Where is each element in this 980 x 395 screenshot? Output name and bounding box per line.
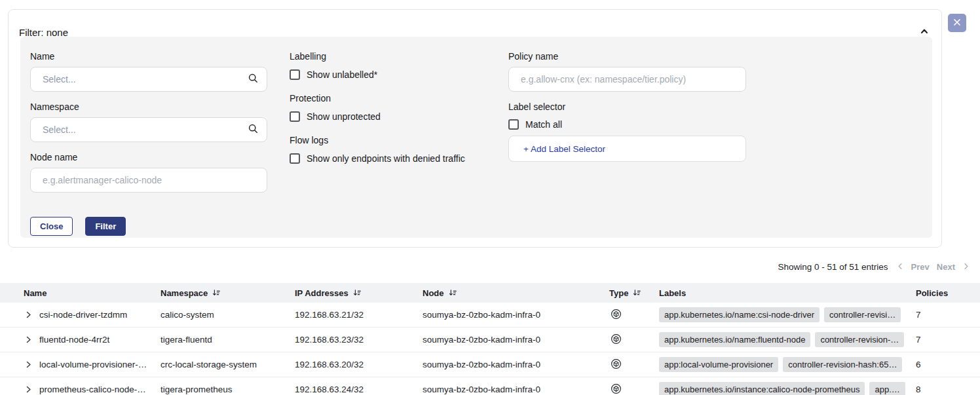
column-label: Policies xyxy=(916,288,948,298)
label-chip: app.… xyxy=(869,382,905,395)
workload-endpoint-icon xyxy=(611,309,622,322)
endpoint-node: soumya-bz-0zbo-kadm-infra-0 xyxy=(423,385,609,394)
name-select-placeholder: Select... xyxy=(43,74,248,85)
namespace-field-label: Namespace xyxy=(30,102,267,112)
label-chip: app.kubernetes.io/instance:calico-node-p… xyxy=(659,382,865,395)
column-header-type[interactable]: Type xyxy=(609,288,659,298)
endpoint-ip: 192.168.63.21/32 xyxy=(295,310,423,320)
show-unprotected-label: Show unprotected xyxy=(307,111,381,122)
table-row[interactable]: fluentd-node-4rr2t tigera-fluentd 192.16… xyxy=(0,328,980,352)
filter-actions: Close Filter xyxy=(30,217,267,236)
filter-form-panel: Name Select... Namespace Select... Node … xyxy=(20,37,932,238)
row-expand-chevron-icon[interactable] xyxy=(24,385,33,394)
endpoint-name: csi-node-driver-tzdmm xyxy=(39,310,127,320)
endpoint-namespace: crc-local-storage-system xyxy=(160,360,295,369)
column-label: Type xyxy=(609,288,628,298)
table-row[interactable]: local-volume-provisioner-… crc-local-sto… xyxy=(0,352,980,377)
column-header-node[interactable]: Node xyxy=(423,288,609,298)
endpoint-name: prometheus-calico-node-… xyxy=(39,385,146,394)
column-header-policies: Policies xyxy=(916,288,980,298)
pagination-bar: Showing 0 - 51 of 51 entries Prev Next xyxy=(778,258,970,275)
next-page-button[interactable]: Next xyxy=(937,262,955,272)
label-chip: controller-revision-hash:65… xyxy=(783,357,902,372)
add-label-selector-label: + Add Label Selector xyxy=(523,144,605,154)
endpoint-node: soumya-bz-0zbo-kadm-infra-0 xyxy=(423,310,609,320)
endpoint-name: fluentd-node-4rr2t xyxy=(39,335,109,345)
denied-traffic-label: Show only endpoints with denied traffic xyxy=(307,153,465,164)
endpoint-namespace: calico-system xyxy=(160,310,295,320)
endpoint-namespace: tigera-fluentd xyxy=(160,335,295,345)
endpoint-ip: 192.168.63.20/32 xyxy=(295,360,423,369)
next-page-chevron-icon[interactable] xyxy=(962,262,970,272)
column-label: IP Addresses xyxy=(295,288,349,298)
column-label: Labels xyxy=(659,288,686,298)
column-header-name: Name xyxy=(0,288,160,298)
namespace-select[interactable]: Select... xyxy=(30,117,267,142)
flow-logs-section-label: Flow logs xyxy=(290,135,499,145)
namespace-select-placeholder: Select... xyxy=(43,124,248,135)
column-label: Node xyxy=(423,288,444,298)
endpoint-node: soumya-bz-0zbo-kadm-infra-0 xyxy=(423,360,609,369)
column-header-namespace[interactable]: Namespace xyxy=(160,288,295,298)
sort-icon[interactable] xyxy=(212,288,221,297)
policies-count: 8 xyxy=(916,385,980,394)
sort-icon[interactable] xyxy=(352,288,362,297)
label-chip: app.kubernetes.io/name:csi-node-driver xyxy=(659,307,820,322)
label-selector-section-label: Label selector xyxy=(508,102,746,112)
endpoint-ip: 192.168.63.24/32 xyxy=(295,385,423,394)
row-expand-chevron-icon[interactable] xyxy=(24,360,33,369)
show-unlabelled-checkbox[interactable] xyxy=(290,69,300,80)
name-select[interactable]: Select... xyxy=(30,67,267,92)
endpoint-node: soumya-bz-0zbo-kadm-infra-0 xyxy=(423,335,609,345)
column-label: Name xyxy=(24,288,47,298)
show-unprotected-checkbox[interactable] xyxy=(290,111,300,122)
show-unlabelled-row: Show unlabelled* xyxy=(290,68,499,81)
endpoint-ip: 192.168.63.23/32 xyxy=(295,335,423,345)
match-all-row: Match all xyxy=(508,118,746,131)
protection-section-label: Protection xyxy=(290,93,499,103)
match-all-label: Match all xyxy=(525,119,562,130)
label-chip: controller-revisi… xyxy=(824,307,901,322)
prev-page-button[interactable]: Prev xyxy=(911,262,930,272)
column-header-labels: Labels xyxy=(659,288,916,298)
show-unlabelled-label: Show unlabelled* xyxy=(307,69,377,80)
labelling-section-label: Labelling xyxy=(290,51,499,62)
filter-column-left: Name Select... Namespace Select... Node … xyxy=(30,51,267,236)
row-expand-chevron-icon[interactable] xyxy=(24,310,33,319)
endpoints-table: Name Namespace IP Addresses Node Type La… xyxy=(0,283,980,395)
dismiss-filter-button[interactable] xyxy=(948,14,966,32)
denied-traffic-row: Show only endpoints with denied traffic xyxy=(290,152,499,165)
filter-card: Filter: none Name Select... Namespace Se… xyxy=(8,9,942,248)
denied-traffic-checkbox[interactable] xyxy=(290,153,300,164)
sort-icon[interactable] xyxy=(448,288,457,297)
node-name-input[interactable] xyxy=(30,168,267,193)
policy-name-input[interactable] xyxy=(508,67,746,92)
policies-count: 6 xyxy=(916,360,980,369)
node-name-field-label: Node name xyxy=(30,152,267,162)
label-chip: app:local-volume-provisioner xyxy=(659,357,778,372)
workload-endpoint-icon xyxy=(611,383,622,395)
show-unprotected-row: Show unprotected xyxy=(290,110,499,123)
close-icon xyxy=(953,18,961,28)
entries-summary: Showing 0 - 51 of 51 entries xyxy=(778,262,888,272)
prev-page-chevron-icon[interactable] xyxy=(897,262,904,272)
pager-controls: Prev Next xyxy=(897,262,970,272)
search-icon xyxy=(248,73,259,86)
filter-column-middle: Labelling Show unlabelled* Protection Sh… xyxy=(290,51,499,177)
sort-icon[interactable] xyxy=(632,288,641,297)
label-chip: controller-revision-… xyxy=(815,332,904,347)
column-header-ip-addresses[interactable]: IP Addresses xyxy=(295,288,423,298)
close-button[interactable]: Close xyxy=(30,217,73,236)
table-row[interactable]: prometheus-calico-node-… tigera-promethe… xyxy=(0,377,980,395)
match-all-checkbox[interactable] xyxy=(508,119,519,130)
policies-count: 7 xyxy=(916,310,980,320)
add-label-selector-button[interactable]: + Add Label Selector xyxy=(508,136,746,162)
table-header: Name Namespace IP Addresses Node Type La… xyxy=(0,283,980,303)
workload-endpoint-icon xyxy=(611,333,622,347)
name-field-label: Name xyxy=(30,51,267,62)
endpoint-name: local-volume-provisioner-… xyxy=(39,360,147,369)
row-expand-chevron-icon[interactable] xyxy=(24,335,33,344)
search-icon xyxy=(248,123,259,137)
table-row[interactable]: csi-node-driver-tzdmm calico-system 192.… xyxy=(0,303,980,328)
filter-button[interactable]: Filter xyxy=(85,217,126,236)
